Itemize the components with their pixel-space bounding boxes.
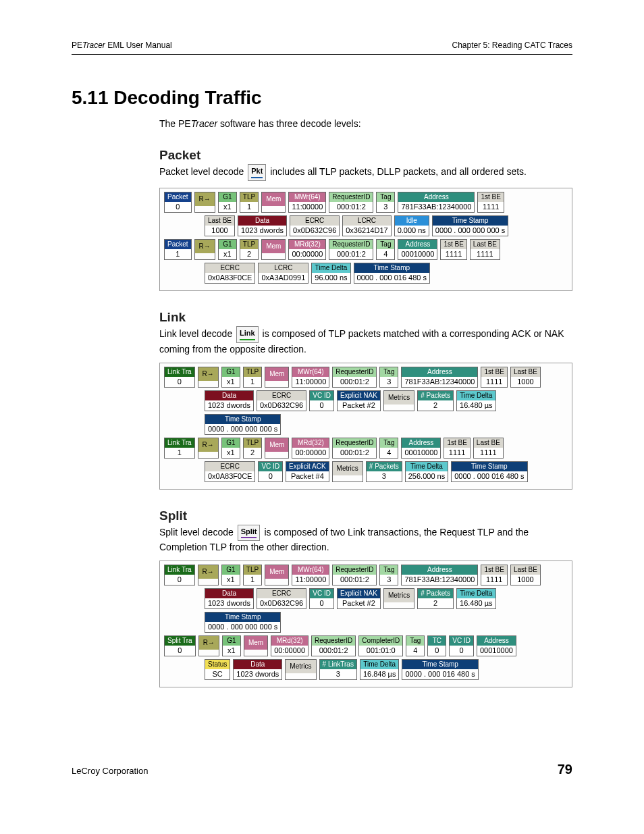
lane-cell: G1x1: [221, 367, 240, 388]
trace-row: ECRC0x0A83F0CE LCRC0xA3AD0991 Time Delta…: [164, 263, 568, 284]
tag-cell: Tag3: [376, 192, 395, 213]
tag-cell: Tag3: [379, 367, 398, 388]
timedelta-cell: Time Delta96.000 ns: [311, 263, 350, 284]
reqid-cell: RequesterID000:01:2: [311, 635, 356, 656]
vcid-cell: VC ID0: [309, 588, 334, 609]
timestamp-cell: Time Stamp0000 . 000 016 480 s: [451, 461, 527, 482]
type-cell: TLP2: [240, 239, 259, 260]
timestamp-cell: Time Stamp0000 . 000 000 000 s: [205, 414, 281, 435]
npackets-cell: # Packets2: [417, 588, 454, 609]
op-cell: MRd(32)00:00000: [271, 635, 308, 656]
trace-row: Link Tra1 R→ G1x1 TLP2 Mem MRd(32)00:000…: [164, 438, 568, 459]
ecrc-cell: ECRC0x0D632C96: [257, 390, 306, 411]
ecrc-cell: ECRC0x0A83F0CE: [205, 263, 255, 284]
link-icon: Link: [236, 326, 259, 343]
addr-cell: Address00010000: [398, 239, 437, 260]
metrics-cell: Metrics: [285, 659, 316, 680]
type-cell: TLP1: [243, 367, 262, 388]
timedelta-cell: Time Delta16.848 µs: [360, 659, 400, 680]
tag-cell: Tag4: [376, 239, 395, 260]
lane-cell: G1x1: [218, 239, 237, 260]
data-cell: Data1023 dwords: [205, 390, 254, 411]
nlinktras-cell: # LinkTras3: [319, 659, 357, 680]
lastbe-cell: Last BE1000: [205, 215, 235, 236]
type-cell: TLP1: [240, 192, 259, 213]
trace-row: StatusSC Data1023 dwords Metrics # LinkT…: [164, 659, 568, 680]
timestamp-cell: Time Stamp0000 . 000 000 000 s: [432, 215, 508, 236]
page-number: 79: [558, 762, 572, 777]
reqid-cell: RequesterID000:01:2: [332, 565, 377, 585]
op-cell: MWr(64)11:00000: [292, 565, 329, 585]
reqid-cell: RequesterID000:01:2: [332, 367, 377, 388]
addr-cell: Address781F33AB:12340000: [398, 192, 475, 213]
direction-cell: R→: [198, 438, 219, 459]
vcid-cell: VC ID0: [309, 390, 334, 411]
link-heading: Link: [159, 310, 572, 325]
trace-row: Time Stamp0000 . 000 000 000 s: [164, 414, 568, 435]
lastbe-cell: Last BE1111: [470, 239, 500, 260]
firstbe-cell: 1st BE1111: [444, 438, 470, 459]
op-cell: MRd(32)00:00000: [292, 438, 329, 459]
trace-row: Packet0 R→ G1x1 TLP1 Mem MWr(64)11:00000…: [164, 192, 568, 213]
trace-row: Time Stamp0000 . 000 000 000 s: [164, 612, 568, 633]
intro-text: The PETracer software has three decode l…: [159, 118, 572, 129]
addr-cell: Address781F33AB:12340000: [401, 565, 478, 585]
expack-cell: Explicit ACKPacket #4: [286, 461, 329, 482]
data-cell: Data1023 dwords: [205, 588, 254, 609]
mem-cell: Mem: [244, 635, 268, 656]
firstbe-cell: 1st BE1111: [481, 367, 507, 388]
direction-cell: R→: [194, 239, 215, 260]
data-cell: Data1023 dwords: [233, 659, 282, 680]
reqid-cell: RequesterID000:01:2: [329, 192, 373, 213]
split-heading: Split: [159, 509, 572, 523]
direction-cell: R→: [198, 367, 219, 388]
pkt-icon: Pkt: [248, 164, 266, 181]
lastbe-cell: Last BE1000: [510, 565, 541, 585]
timedelta-cell: Time Delta256.000 ns: [405, 461, 448, 482]
firstbe-cell: 1st BE1111: [477, 192, 504, 213]
tag-cell: Tag4: [379, 438, 398, 459]
lcrc-cell: LCRC0x36214D17: [342, 215, 391, 236]
op-cell: MWr(64)11:00000: [292, 367, 329, 388]
timedelta-cell: Time Delta16.480 µs: [456, 588, 496, 609]
header-right: Chapter 5: Reading CATC Traces: [452, 41, 572, 50]
ecrc-cell: ECRC0x0D632C96: [290, 215, 340, 236]
metrics-cell: Metrics: [383, 588, 414, 609]
firstbe-cell: 1st BE1111: [481, 565, 507, 585]
reqid-cell: RequesterID000:01:2: [332, 438, 377, 459]
packet-paragraph: Packet level decode Pkt includes all TLP…: [159, 164, 572, 181]
linktra-header-cell: Link Tra0: [164, 367, 195, 388]
addr-cell: Address00010000: [401, 438, 441, 459]
trace-row: Data1023 dwords ECRC0x0D632C96 VC ID0 Ex…: [164, 588, 568, 609]
split-icon: Split: [238, 525, 261, 542]
compid-cell: CompleterID001:01:0: [358, 635, 403, 656]
type-cell: TLP1: [243, 565, 262, 585]
mem-cell: Mem: [261, 239, 286, 260]
timestamp-cell: Time Stamp0000 . 000 000 000 s: [205, 612, 281, 633]
mem-cell: Mem: [265, 438, 289, 459]
tag-cell: Tag4: [406, 635, 425, 656]
lane-cell: G1x1: [221, 438, 240, 459]
packet-heading: Packet: [159, 148, 572, 163]
vcid-cell: VC ID0: [258, 461, 283, 482]
trace-row: Link Tra0 R→ G1x1 TLP1 Mem MWr(64)11:000…: [164, 367, 568, 388]
lane-cell: G1x1: [221, 565, 240, 585]
footer-left: LeCroy Corporation: [72, 766, 148, 776]
reqid-cell: RequesterID000:01:2: [329, 239, 373, 260]
op-cell: MWr(64)11:00000: [288, 192, 326, 213]
packet-trace-figure: Packet0 R→ G1x1 TLP1 Mem MWr(64)11:00000…: [159, 188, 572, 291]
data-cell: Data1023 dwords: [238, 215, 287, 236]
expnak-cell: Explicit NAKPacket #2: [337, 390, 381, 411]
splittra-header-cell: Split Tra0: [164, 635, 196, 656]
type-cell: TLP2: [243, 438, 262, 459]
ecrc-cell: ECRC0x0A83F0CE: [205, 461, 255, 482]
trace-row: Split Tra0 R→ G1x1 Mem MRd(32)00:00000 R…: [164, 635, 568, 656]
trace-row: ECRC0x0A83F0CE VC ID0 Explicit ACKPacket…: [164, 461, 568, 482]
metrics-cell: Metrics: [383, 390, 414, 411]
vcid-cell: VC ID0: [449, 635, 474, 656]
status-cell: StatusSC: [205, 659, 230, 680]
link-paragraph: Link level decode Link is composed of TL…: [159, 326, 572, 356]
linktra-header-cell: Link Tra0: [164, 565, 195, 585]
split-trace-figure: Link Tra0 R→ G1x1 TLP1 Mem MWr(64)11:000…: [159, 561, 572, 687]
lastbe-cell: Last BE1000: [510, 367, 541, 388]
